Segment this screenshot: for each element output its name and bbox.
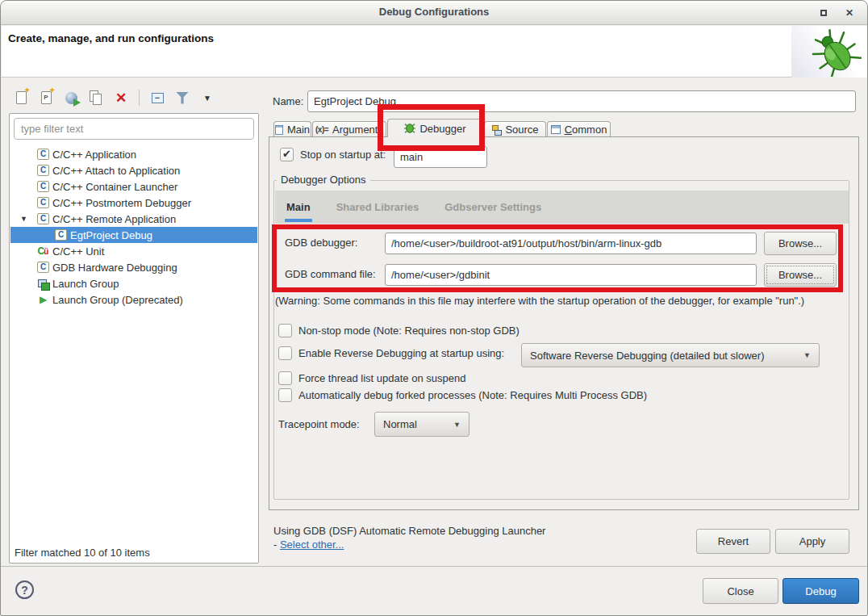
close-icon: ✕ <box>845 7 853 19</box>
chevron-down-icon: ▼ <box>203 94 211 103</box>
maximize-button[interactable] <box>817 7 830 20</box>
debugger-tab-content <box>269 136 859 510</box>
titlebar: Debug Configurations ✕ <box>1 1 867 25</box>
header-title: Create, manage, and run configurations <box>8 32 214 44</box>
new-prototype-button[interactable]: P✦ <box>37 89 55 107</box>
launch-group-icon <box>37 278 49 289</box>
configurations-panel: C/C++ Application C/C++ Attach to Applic… <box>9 113 259 564</box>
tab-arguments[interactable]: (x)=Arguments <box>312 121 386 137</box>
stop-on-startup-row: Stop on startup at: <box>280 148 386 161</box>
close-button[interactable]: Close <box>703 578 778 604</box>
c-application-icon <box>37 165 49 176</box>
stop-on-startup-checkbox[interactable] <box>280 148 294 161</box>
c-application-icon <box>37 213 49 224</box>
toolbar-menu-button[interactable]: ▼ <box>198 89 216 107</box>
tab-source[interactable]: Source <box>484 121 546 137</box>
revert-button[interactable]: Revert <box>696 529 770 554</box>
filter-status: Filter matched 10 of 10 items <box>15 547 150 559</box>
debug-button[interactable]: Debug <box>782 578 859 604</box>
arguments-icon: (x)= <box>315 125 328 134</box>
source-tree-icon <box>491 125 501 135</box>
tree-item-cpp-application[interactable]: C/C++ Application <box>10 146 257 162</box>
debug-bug-icon <box>812 27 862 77</box>
duplicate-configuration-button[interactable] <box>87 89 105 107</box>
delete-icon: ✕ <box>115 91 127 105</box>
toolbar-separator <box>139 90 140 106</box>
tree-item-launch-group-deprecated[interactable]: Launch Group (Deprecated) <box>10 291 257 308</box>
configurations-toolbar: ✦ P✦ ✕ − ▼ <box>12 86 216 109</box>
c-application-icon <box>37 181 49 192</box>
launcher-select-row: - Select other... <box>273 538 344 551</box>
tree-item-cpp-remote[interactable]: ▼C/C++ Remote Application <box>10 211 257 227</box>
tree-item-cpp-postmortem[interactable]: C/C++ Postmortem Debugger <box>10 195 257 211</box>
stop-on-startup-input[interactable] <box>394 146 487 168</box>
close-window-button[interactable]: ✕ <box>843 7 856 20</box>
tree-item-launch-group[interactable]: Launch Group <box>10 275 257 291</box>
tree-item-cpp-unit[interactable]: C/C++ Unit <box>10 243 257 259</box>
bug-icon <box>404 123 415 134</box>
window-title: Debug Configurations <box>1 6 867 18</box>
tree-item-egtproject-debug[interactable]: EgtProject Debug <box>10 227 257 243</box>
configurations-tree: C/C++ Application C/C++ Attach to Applic… <box>10 146 257 308</box>
export-configurations-button[interactable] <box>62 89 80 107</box>
tab-debugger[interactable]: Debugger <box>387 119 483 137</box>
apply-button[interactable]: Apply <box>775 529 849 554</box>
help-button[interactable]: ? <box>15 580 34 599</box>
debug-configurations-dialog: Debug Configurations ✕ Create, manage, a… <box>0 0 868 616</box>
c-application-icon <box>37 149 49 160</box>
filter-input[interactable] <box>14 118 254 140</box>
play-icon <box>37 294 49 305</box>
select-other-link[interactable]: Select other... <box>280 538 344 551</box>
table-icon <box>551 125 561 134</box>
maximize-icon <box>820 10 827 16</box>
c-application-icon <box>37 197 49 208</box>
delete-configuration-button[interactable]: ✕ <box>112 89 130 107</box>
name-input[interactable] <box>307 90 856 112</box>
filter-button[interactable] <box>173 89 191 107</box>
dialog-header: Create, manage, and run configurations <box>2 26 868 78</box>
c-application-icon <box>55 229 67 241</box>
c-application-icon <box>37 262 49 273</box>
filter-icon <box>176 92 189 104</box>
tab-main[interactable]: Main <box>273 121 311 137</box>
collapse-all-button[interactable]: − <box>148 89 166 107</box>
new-configuration-button[interactable]: ✦ <box>12 89 30 107</box>
tree-item-cpp-container[interactable]: C/C++ Container Launcher <box>10 178 257 195</box>
tab-common[interactable]: Common <box>547 121 611 137</box>
name-label: Name: <box>273 95 303 107</box>
c-unit-icon <box>37 245 49 257</box>
stop-on-startup-label: Stop on startup at: <box>300 149 386 161</box>
document-icon <box>275 125 283 135</box>
tree-item-cpp-attach[interactable]: C/C++ Attach to Application <box>10 162 257 178</box>
tree-item-gdb-hardware[interactable]: GDB Hardware Debugging <box>10 259 257 275</box>
launcher-status: Using GDB (DSF) Automatic Remote Debuggi… <box>273 525 545 537</box>
footer-divider <box>1 566 867 567</box>
